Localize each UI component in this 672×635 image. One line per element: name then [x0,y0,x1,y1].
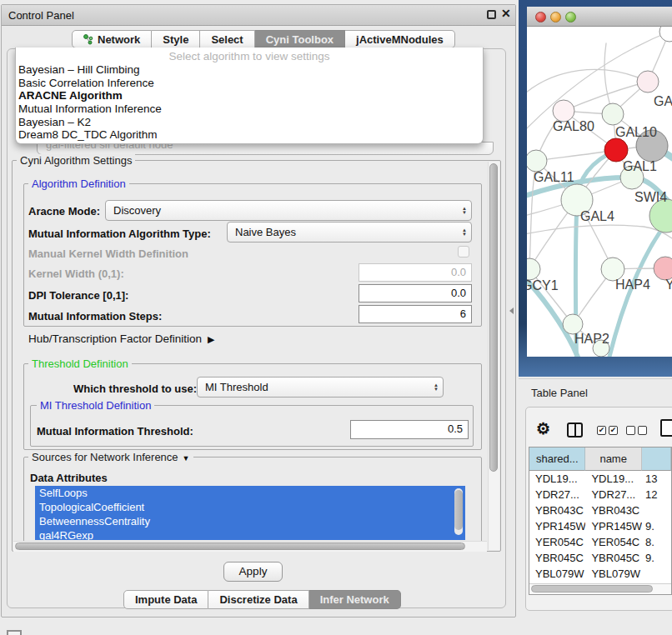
apply-button[interactable]: Apply [223,562,283,582]
table-row[interactable]: YDL19...YDL19...13 [529,471,671,487]
attribute-list-scrollbar[interactable] [454,488,463,535]
expanded-arrow-icon: ▼ [183,454,190,462]
settings-horizontal-scrollbar-thumb[interactable] [15,542,465,550]
table-cell: YPR145W [585,518,641,534]
combo-arrows-icon: ▲▼ [462,222,467,242]
algorithm-option-bayesian-hill-climbing[interactable]: Bayesian – Hill Climbing [16,63,483,77]
control-panel-titlebar [2,5,515,26]
table-row[interactable]: YPR145WYPR145W9. [529,518,671,534]
which-threshold-label: Which threshold to use: [73,382,197,395]
tab-discretize-data[interactable]: Discretize Data [208,590,308,609]
table-row[interactable]: YDR27...YDR27...12 [529,487,671,502]
tab-cyni-toolbox[interactable]: Cyni Toolbox [255,30,345,48]
node-table: shared...name YDL19...YDL19...13YDR27...… [529,447,672,595]
columns-icon[interactable] [567,422,583,438]
tab-label: Network [98,33,140,46]
mi-type-select[interactable]: Naive Bayes ▲▼ [227,222,472,242]
table-row[interactable]: YBL079WYBL079W [529,566,671,582]
close-icon[interactable]: ✕ [501,7,511,20]
table-cell: YBR043C [585,502,641,518]
network-node[interactable] [659,27,672,42]
algorithm-option-dream8-dc-tdc-algorithm[interactable]: Dream8 DC_TDC Algorithm [16,128,483,142]
tab-label: jActiveMNodules [356,33,444,46]
network-node-gal[interactable] [637,71,659,92]
mi-steps-field[interactable]: 6 [359,305,472,323]
window-title: Control Panel [8,9,74,22]
mi-type-label: Mutual Information Algorithm Type: [28,228,211,240]
table-row[interactable]: YER054CYER054C8. [529,534,671,550]
dpi-tolerance-field[interactable]: 0.0 [359,284,472,302]
tab-label: Cyni Toolbox [266,33,333,46]
network-edge [527,69,648,98]
tab-infer-network[interactable]: Infer Network [309,590,401,609]
mi-threshold-label: Mutual Information Threshold: [37,425,193,438]
attribute-item-betweennesscentrality[interactable]: BetweennessCentrality [35,514,465,528]
table-cell: YBL079W [585,566,641,582]
mi-threshold-field[interactable]: 0.5 [350,420,469,439]
tab-label: Style [163,33,188,46]
tab-jactivemnodules[interactable]: jActiveMNodules [345,30,455,48]
deselect-columns-icon[interactable] [626,426,647,435]
kernel-width-field[interactable]: 0.0 [359,263,472,282]
algorithm-option-bayesian-k2[interactable]: Bayesian – K2 [16,116,483,129]
attribute-item-topologicalcoefficient[interactable]: TopologicalCoefficient [35,500,465,514]
table-cell: 8. [642,534,671,550]
algorithm-option-basic-correlation-inference[interactable]: Basic Correlation Inference [16,77,483,90]
tab-select[interactable]: Select [200,30,254,48]
threshold-definition-title: Threshold Definition [28,358,132,370]
close-traffic-light-icon[interactable] [535,12,546,22]
float-window-icon[interactable] [487,10,496,19]
network-node[interactable] [649,199,672,232]
table-horizontal-scrollbar-thumb[interactable] [531,585,653,592]
node-label-swi4: SWI4 [634,190,667,204]
sources-group-toggle[interactable]: Sources for Network Inference▼ [28,451,193,463]
column-header-shared[interactable]: shared... [529,448,585,471]
manual-kernel-checkbox[interactable] [458,246,469,258]
table-cell: YER054C [585,534,641,550]
tab-style[interactable]: Style [152,30,200,48]
tab-network[interactable]: Network [72,30,152,48]
column-header-cut[interactable] [642,448,671,471]
algorithm-option-aracne-algorithm[interactable]: ARACNE Algorithm [16,89,483,102]
cyni-bottom-tabs: Impute DataDiscretize DataInfer Network [123,590,401,609]
data-attributes-list[interactable]: SelfLoopsTopologicalCoefficientBetweenne… [35,486,465,540]
attribute-item-gal4rgexp[interactable]: gal4RGexp [35,528,465,540]
algorithm-option-mutual-information-inference[interactable]: Mutual Information Inference [16,102,483,116]
network-graph: GALGAL80GAL10GAL1GAL11SWI4GAL4GCY1HAP4YH… [527,27,672,357]
tab-label: Select [211,33,243,46]
settings-vertical-scrollbar-thumb[interactable] [489,163,498,472]
network-node-gal1[interactable] [604,138,628,162]
aracne-mode-select[interactable]: Discovery ▲▼ [105,200,472,221]
which-threshold-select[interactable]: MI Threshold ▲▼ [197,377,444,398]
tab-label: Impute Data [135,593,197,606]
network-window-titlebar[interactable] [527,7,672,27]
select-all-columns-icon[interactable]: ✔✔ [597,426,618,435]
tab-impute-data[interactable]: Impute Data [123,590,208,609]
network-node-y[interactable] [654,257,672,280]
function-builder-icon[interactable] [660,419,672,437]
table-panel-title: Table Panel [531,387,588,399]
network-node-gal10[interactable] [602,103,624,125]
table-cell: 9. [642,518,671,534]
table-row[interactable]: YBR043CYBR043C [529,502,671,518]
data-attributes-label: Data Attributes [30,472,108,484]
network-node-gal11[interactable] [527,150,547,172]
table-cell: YDR27... [585,487,641,502]
panel-splitter-arrow[interactable] [509,308,514,314]
algorithm-definition-title: Algorithm Definition [28,178,129,190]
tab-label: Infer Network [320,593,389,606]
node-label-gal10: GAL10 [615,125,657,139]
dpi-tolerance-label: DPI Tolerance [0,1]: [28,289,128,302]
network-canvas[interactable]: GALGAL80GAL10GAL1GAL11SWI4GAL4GCY1HAP4YH… [527,27,672,357]
mi-steps-label: Mutual Information Steps: [28,310,162,322]
hub-definition-toggle[interactable]: Hub/Transcription Factor Definition▶ [28,332,215,345]
gear-icon[interactable]: ⚙ [536,419,550,438]
table-row[interactable]: YBR045CYBR045C9. [529,550,671,566]
minimize-traffic-light-icon[interactable] [550,12,561,22]
zoom-traffic-light-icon[interactable] [565,12,576,22]
network-node-gcy1[interactable] [527,258,540,280]
aracne-mode-value: Discovery [113,204,161,217]
column-header-name[interactable]: name [585,448,641,471]
settings-group-title: Cyni Algorithm Settings [17,154,135,167]
attribute-item-selfloops[interactable]: SelfLoops [35,486,465,500]
